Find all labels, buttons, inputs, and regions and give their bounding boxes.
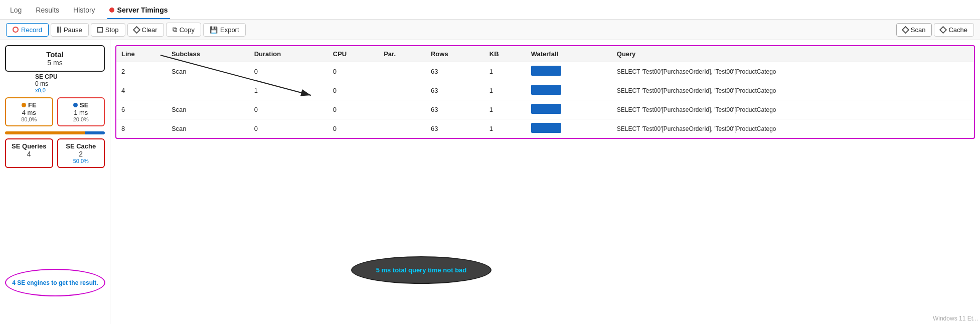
data-table: Line Subclass Duration CPU Par. Rows KB … [116,46,974,138]
cell-cpu: 0 [328,81,379,100]
se-cache-label: SE Cache [62,142,100,150]
cpu-label: SE CPU [35,73,105,80]
col-rows: Rows [426,46,484,62]
scan-icon [902,26,910,34]
cpu-info: SE CPU 0 ms x0,0 [35,73,105,93]
cell-cpu: 0 [328,62,379,81]
cell-subclass: Scan [167,62,249,81]
progress-se-segment [85,131,105,134]
waterfall-bar [531,66,561,76]
waterfall-bar [531,123,561,133]
data-table-wrapper: Line Subclass Duration CPU Par. Rows KB … [115,45,975,139]
waterfall-bar [531,85,561,95]
fe-stat-box: FE 4 ms 80,0% [5,97,53,126]
clear-button[interactable]: Clear [127,23,164,37]
se-cache-value: 2 [62,150,100,158]
cache-button[interactable]: Cache [934,23,974,37]
se-dot [73,103,78,107]
recording-indicator [109,8,114,13]
col-subclass: Subclass [167,46,249,62]
se-cache-sub: 50,0% [62,158,100,164]
callout-1-text: 4 SE engines to get the result. [12,279,98,286]
tab-results[interactable]: Results [34,3,61,19]
cell-waterfall [526,119,612,138]
cpu-value: 0 ms [35,80,105,87]
stop-button[interactable]: Stop [91,23,125,37]
cell-waterfall [526,62,612,81]
callout-2-text: 5 ms total query time not bad [376,266,467,274]
cell-waterfall [526,100,612,119]
cell-subclass [167,81,249,100]
col-line: Line [116,46,167,62]
toolbar: Record Pause Stop Clear ⧉ Copy 💾 Export … [0,20,980,40]
cell-query: SELECT 'Test00'[PurchaseOrderId], 'Test0… [612,81,974,100]
tab-log[interactable]: Log [8,3,24,19]
cell-kb: 1 [484,100,526,119]
se-stat-box: SE 1 ms 20,0% [57,97,105,126]
col-kb: KB [484,46,526,62]
cell-par [379,81,426,100]
scan-button[interactable]: Scan [896,23,932,37]
cell-subclass: Scan [167,119,249,138]
cell-line: 2 [116,62,167,81]
waterfall-bar [531,104,561,114]
se-cache-box: SE Cache 2 50,0% [57,138,105,168]
tab-server-timings[interactable]: Server Timings [107,3,170,19]
copy-icon: ⧉ [173,26,177,34]
windows-watermark: Windows 11 Et... [933,315,978,322]
progress-bar [5,131,105,134]
col-duration: Duration [249,46,328,62]
progress-fe-segment [5,131,85,134]
left-panel: Total 5 ms SE CPU 0 ms x0,0 FE 4 ms 80,0… [0,40,110,324]
se-value: 1 ms [62,109,100,116]
cell-subclass: Scan [167,100,249,119]
fe-pct: 80,0% [10,116,48,122]
cell-waterfall [526,81,612,100]
table-row[interactable]: 8 Scan 0 0 63 1 SELECT 'Test00'[Purchase… [116,119,974,138]
export-icon: 💾 [210,26,218,34]
record-button[interactable]: Record [6,23,49,37]
fe-se-row: FE 4 ms 80,0% SE 1 ms 20,0% [5,97,105,126]
copy-button[interactable]: ⧉ Copy [166,23,201,37]
cell-kb: 1 [484,62,526,81]
cell-rows: 63 [426,62,484,81]
cell-duration: 0 [249,119,328,138]
table-row[interactable]: 4 1 0 63 1 SELECT 'Test00'[PurchaseOrder… [116,81,974,100]
cell-query: SELECT 'Test00'[PurchaseOrderId], 'Test0… [612,100,974,119]
fe-dot [22,103,26,107]
cell-cpu: 0 [328,119,379,138]
fe-value: 4 ms [10,109,48,116]
cell-duration: 0 [249,100,328,119]
table-row[interactable]: 6 Scan 0 0 63 1 SELECT 'Test00'[Purchase… [116,100,974,119]
cell-rows: 63 [426,119,484,138]
pause-button[interactable]: Pause [51,23,89,37]
se-queries-label: SE Queries [10,142,48,150]
fe-label: FE [10,101,48,109]
export-button[interactable]: 💾 Export [203,23,246,37]
col-par: Par. [379,46,426,62]
tab-history[interactable]: History [71,3,97,19]
total-value: 5 ms [12,59,98,67]
cell-query: SELECT 'Test00'[PurchaseOrderId], 'Test0… [612,119,974,138]
total-label: Total [12,50,98,59]
se-queries-value: 4 [10,150,48,158]
se-pct: 20,0% [62,116,100,122]
record-icon [13,27,19,33]
annotation-callout-1: 4 SE engines to get the result. [5,269,105,296]
cell-query: SELECT 'Test00'[PurchaseOrderId], 'Test0… [612,62,974,81]
stop-icon [97,27,103,33]
nav-tabs: Log Results History Server Timings [0,0,980,20]
table-row[interactable]: 2 Scan 0 0 63 1 SELECT 'Test00'[Purchase… [116,62,974,81]
cpu-sub: x0,0 [35,87,105,93]
total-stat-box: Total 5 ms [5,45,105,72]
right-panel: Line Subclass Duration CPU Par. Rows KB … [110,40,980,324]
clear-icon [132,26,140,34]
cell-line: 6 [116,100,167,119]
cell-kb: 1 [484,81,526,100]
cell-duration: 1 [249,81,328,100]
cell-line: 4 [116,81,167,100]
pause-icon [57,27,61,33]
annotation-callout-2: 5 ms total query time not bad [351,256,492,284]
cell-kb: 1 [484,119,526,138]
cell-cpu: 0 [328,100,379,119]
